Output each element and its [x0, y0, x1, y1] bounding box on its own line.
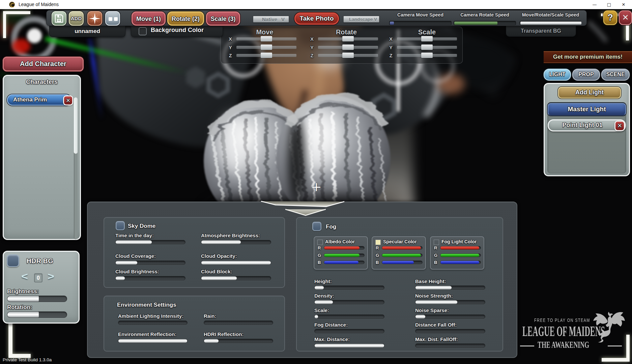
cloud-brightness-slider[interactable] [115, 276, 185, 280]
slider-thumb[interactable] [261, 53, 272, 58]
cloud-coverage-slider[interactable] [115, 261, 185, 265]
background-color-checkbox[interactable] [139, 27, 147, 35]
specular-g-slider[interactable] [382, 253, 423, 257]
character-list-item[interactable]: Athena Prim ✕ [7, 94, 71, 105]
hdri-reflection-slider[interactable] [204, 339, 273, 343]
add-light-button[interactable]: Add Light [558, 87, 621, 98]
hdr-prev-button[interactable]: < [21, 271, 28, 282]
remove-light-button[interactable]: ✕ [614, 121, 625, 131]
close-window-button[interactable]: ✕ [616, 0, 631, 9]
premium-items-banner[interactable]: Get more premium items! [544, 51, 632, 63]
slider-thumb[interactable] [342, 44, 354, 50]
fog-light-r-slider[interactable] [440, 246, 481, 250]
environment-reflection-slider[interactable] [118, 339, 188, 343]
fog-scale-slider[interactable] [314, 314, 384, 319]
sky-dome-checkbox[interactable] [116, 221, 125, 230]
channel-label: R [376, 245, 379, 250]
camera-move-speed-thumb[interactable] [390, 22, 394, 25]
scale-mode-button[interactable]: Scale (3) [206, 11, 240, 26]
cloud-block-slider[interactable] [201, 276, 271, 280]
hdr-brightness-slider[interactable] [7, 296, 67, 302]
slider-thumb[interactable] [342, 53, 354, 58]
fog-light-b-slider[interactable] [440, 261, 481, 264]
mrs-speed-slider[interactable] [520, 21, 581, 25]
fog-noise-sparse-slider[interactable] [415, 314, 485, 319]
move-mode-button[interactable]: Move (1) [132, 11, 166, 26]
light-list-item[interactable]: Point Light 01 ✕ [548, 119, 626, 131]
scene-name-field[interactable]: unnamed [49, 26, 125, 37]
specular-b-slider[interactable] [382, 261, 423, 264]
orientation-dropdown[interactable]: Landscape V [343, 16, 379, 23]
rotate-group-title: Rotate [326, 28, 367, 36]
collapse-panel-arrow[interactable] [260, 201, 347, 216]
fog-distance-falloff-slider[interactable] [415, 329, 485, 333]
add-button[interactable]: ADD [69, 11, 84, 26]
move-group-title: Move [245, 28, 285, 36]
camera-rotate-speed-slider[interactable] [454, 21, 516, 25]
slider-thumb[interactable] [342, 36, 354, 41]
fog-noise-strength-slider[interactable] [415, 300, 485, 304]
specular-r-slider[interactable] [382, 246, 423, 250]
fog-distance-slider[interactable] [314, 329, 384, 333]
ambient-lighting-slider[interactable] [118, 321, 188, 325]
scale-x-slider[interactable] [397, 37, 457, 40]
fog-max-dist-falloff-slider[interactable] [415, 343, 485, 348]
help-button[interactable]: ? [603, 10, 617, 25]
slider-thumb[interactable] [421, 53, 433, 58]
move-y-slider[interactable] [236, 46, 296, 49]
fog-density-slider[interactable] [314, 300, 384, 304]
slider-thumb[interactable] [261, 44, 272, 50]
fog-base-height-slider[interactable] [415, 285, 485, 290]
remove-character-button[interactable]: ✕ [63, 95, 73, 105]
rain-slider[interactable] [204, 321, 273, 325]
tab-light[interactable]: LIGHT [544, 69, 571, 81]
fog-max-distance-slider[interactable] [314, 343, 384, 348]
move-x-slider[interactable] [236, 37, 296, 40]
slider-thumb[interactable] [421, 44, 433, 50]
rotate-y-slider[interactable] [318, 46, 378, 49]
transparent-bg-button[interactable]: Transparent BG [506, 26, 576, 37]
rotate-z-slider[interactable] [318, 54, 378, 57]
characters-scrollbar[interactable] [74, 97, 78, 239]
albedo-color-swatch[interactable] [317, 240, 323, 245]
red-channel-fill [324, 246, 360, 249]
slider-thumb[interactable] [261, 36, 272, 41]
fog-checkbox[interactable] [312, 222, 321, 231]
save-button[interactable] [52, 11, 66, 26]
layout-dots-button[interactable] [105, 11, 120, 26]
effects-button[interactable] [87, 11, 102, 26]
hdr-bg-checkbox[interactable] [7, 254, 19, 267]
take-photo-button[interactable]: Take Photo [294, 12, 339, 25]
rotate-mode-button[interactable]: Rotate (2) [167, 11, 204, 26]
move-z-slider[interactable] [236, 54, 296, 57]
maximize-button[interactable]: □ [602, 0, 616, 9]
time-in-day-slider[interactable] [115, 240, 185, 244]
add-character-button[interactable]: Add Character [3, 57, 84, 71]
fog-light-color-swatch[interactable] [434, 240, 439, 245]
hdr-rotation-slider[interactable] [7, 311, 67, 318]
scale-y-slider[interactable] [397, 46, 457, 49]
tab-prop[interactable]: PROP [572, 69, 600, 81]
master-light-button[interactable]: Master Light [548, 103, 626, 116]
camera-move-speed-slider[interactable] [389, 21, 452, 25]
slider-thumb[interactable] [421, 36, 433, 41]
slider-label: Noise Sparse: [415, 307, 449, 313]
minimize-button[interactable]: — [587, 0, 602, 9]
fog-height-slider[interactable] [314, 285, 384, 290]
atmosphere-brightness-slider[interactable] [201, 240, 271, 244]
hdr-next-button[interactable]: > [48, 271, 54, 282]
rotate-x-slider[interactable] [318, 37, 378, 40]
tab-scene[interactable]: SCENE [601, 69, 630, 81]
albedo-g-slider[interactable] [324, 253, 365, 257]
albedo-r-slider[interactable] [324, 246, 365, 250]
slider-label: Density: [314, 293, 334, 299]
resolution-dropdown[interactable]: Native V [253, 16, 289, 23]
cloud-opacity-slider[interactable] [201, 261, 271, 265]
blue-channel-fill [440, 261, 479, 264]
scrollbar-thumb[interactable] [74, 97, 78, 154]
fog-light-g-slider[interactable] [440, 253, 481, 257]
close-editor-button[interactable]: ✕ [619, 10, 632, 25]
albedo-b-slider[interactable] [324, 261, 365, 264]
specular-color-swatch[interactable] [375, 240, 381, 245]
scale-z-slider[interactable] [397, 54, 457, 57]
